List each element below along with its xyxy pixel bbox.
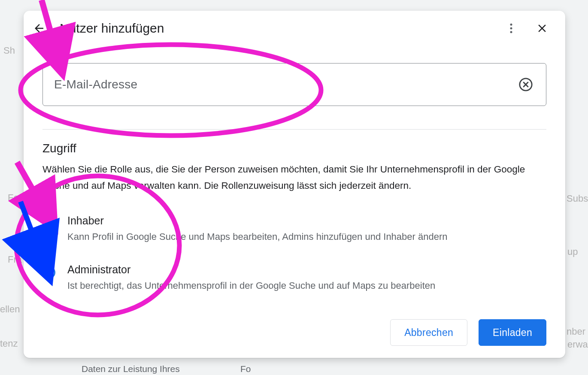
bg-text: erwa [567, 339, 588, 350]
bg-text: up [567, 246, 578, 257]
more-options-button[interactable] [500, 17, 522, 39]
dialog-footer: Abbrechen Einladen [390, 319, 546, 346]
role-owner-text: Inhaber Kann Profil in Google Suche und … [67, 215, 546, 244]
dialog-body: E-Mail-Adresse Zugriff Wählen Sie die Ro… [24, 46, 565, 293]
clear-email-button[interactable] [517, 76, 535, 94]
more-vert-icon [505, 22, 518, 35]
radio-admin[interactable] [42, 266, 55, 279]
bg-text: ellen [0, 304, 20, 315]
close-button[interactable] [531, 17, 553, 39]
role-admin-label: Administrator [67, 263, 546, 276]
svg-point-0 [510, 24, 512, 26]
role-option-owner[interactable]: Inhaber Kann Profil in Google Suche und … [42, 215, 546, 244]
role-admin-desc: Ist berechtigt, das Unternehmensprofil i… [67, 278, 546, 293]
bg-text: Fo [8, 192, 19, 203]
radio-owner[interactable] [42, 217, 55, 230]
email-field[interactable]: E-Mail-Adresse [42, 63, 546, 106]
cancel-button[interactable]: Abbrechen [390, 319, 467, 346]
close-icon [536, 22, 549, 35]
access-description: Wählen Sie die Rolle aus, die Sie der Pe… [42, 161, 546, 194]
bg-text: Fra [8, 254, 22, 265]
dialog-header: Nutzer hinzufügen [24, 11, 565, 46]
svg-point-2 [510, 31, 512, 33]
invite-button-label: Einladen [493, 327, 532, 339]
arrow-back-icon [33, 22, 45, 35]
bg-text: Sh [3, 45, 15, 56]
bg-text: tenz [0, 338, 18, 349]
bg-text: Fo [240, 364, 251, 374]
email-placeholder: E-Mail-Adresse [54, 78, 517, 91]
bg-text: Subs [567, 193, 588, 204]
cancel-button-label: Abbrechen [404, 327, 453, 339]
invite-button[interactable]: Einladen [479, 319, 546, 346]
svg-point-1 [510, 27, 512, 30]
back-button[interactable] [29, 18, 49, 39]
divider [42, 129, 546, 130]
role-owner-label: Inhaber [67, 215, 546, 227]
bg-text: nber [567, 326, 585, 337]
access-heading: Zugriff [42, 142, 546, 155]
role-admin-text: Administrator Ist berechtigt, das Untern… [67, 263, 546, 293]
bg-text: Daten zur Leistung Ihres [82, 364, 180, 374]
dialog-title: Nutzer hinzufügen [60, 21, 500, 36]
add-user-dialog: Nutzer hinzufügen E-Mail-Adresse [24, 11, 565, 358]
role-owner-desc: Kann Profil in Google Suche und Maps bea… [67, 230, 546, 244]
cancel-circle-icon [518, 77, 533, 92]
role-option-admin[interactable]: Administrator Ist berechtigt, das Untern… [42, 263, 546, 293]
